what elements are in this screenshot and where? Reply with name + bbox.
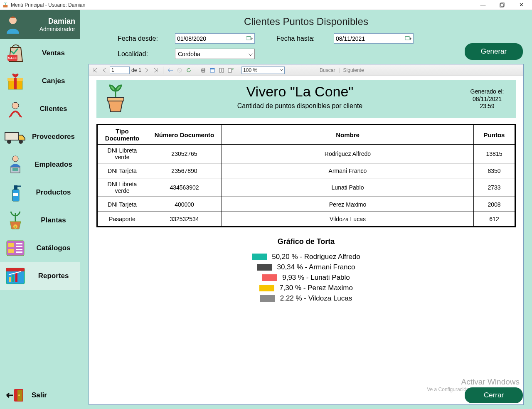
refresh-icon[interactable] bbox=[185, 67, 192, 74]
gift-icon bbox=[3, 70, 27, 92]
back-icon[interactable] bbox=[167, 67, 174, 74]
svg-rect-30 bbox=[9, 277, 11, 282]
close-window-button[interactable]: ✕ bbox=[512, 0, 530, 10]
export-icon[interactable] bbox=[227, 67, 234, 74]
legend-label: 50,20 % - Rodriguez Alfredo bbox=[272, 253, 360, 261]
svg-rect-31 bbox=[12, 275, 14, 282]
from-date-label: Fecha desde: bbox=[118, 35, 167, 42]
report-subtitle: Cantidad de puntos disponibles por clien… bbox=[135, 102, 464, 110]
svg-rect-10 bbox=[5, 133, 18, 140]
sidebar-item-label: Clientes bbox=[32, 105, 75, 113]
svg-rect-29 bbox=[6, 268, 25, 271]
table-row: DNI Tarjeta400000Perez Maximo2008 bbox=[97, 197, 515, 212]
generate-button[interactable]: Generar bbox=[465, 43, 523, 60]
svg-rect-37 bbox=[246, 36, 251, 37]
sidebar-item-label: Plantas bbox=[32, 216, 75, 224]
sale-bag-icon: SALE bbox=[3, 42, 27, 64]
sidebar-item-productos[interactable]: Productos bbox=[0, 178, 80, 206]
first-page-icon[interactable] bbox=[91, 67, 99, 74]
legend-item: 50,20 % - Rodriguez Alfredo bbox=[252, 253, 360, 261]
report-table: Tipo DocumentoNúmero DocumentoNombrePunt… bbox=[96, 124, 516, 227]
spray-bottle-icon bbox=[3, 182, 27, 203]
plant-pot-icon bbox=[102, 84, 135, 115]
svg-rect-17 bbox=[13, 193, 18, 196]
to-date-input[interactable]: 08/11/2021 bbox=[334, 33, 414, 44]
locality-select[interactable]: Cordoba bbox=[175, 49, 255, 59]
svg-point-35 bbox=[18, 394, 20, 396]
exit-button[interactable]: Salir bbox=[0, 382, 80, 409]
close-button[interactable]: Cerrar bbox=[465, 387, 523, 403]
legend-swatch bbox=[260, 295, 275, 302]
app-icon bbox=[2, 2, 8, 8]
table-cell: Pasaporte bbox=[97, 212, 147, 227]
page-setup-icon[interactable] bbox=[218, 67, 225, 74]
calendar-dropdown-icon[interactable] bbox=[405, 35, 412, 42]
svg-rect-27 bbox=[16, 251, 22, 253]
svg-rect-48 bbox=[228, 69, 232, 72]
legend-item: 2,22 % - Vildoza Lucas bbox=[260, 294, 352, 303]
user-role: Administrador bbox=[25, 26, 75, 32]
table-cell: Rodriguez Alfredo bbox=[222, 145, 474, 163]
sidebar-item-plantas[interactable]: $ Plantas bbox=[0, 206, 80, 234]
legend-label: 30,34 % - Armani Franco bbox=[277, 263, 355, 271]
svg-rect-25 bbox=[8, 249, 14, 253]
print-layout-icon[interactable] bbox=[209, 67, 216, 74]
svg-point-11 bbox=[7, 140, 11, 144]
table-row: DNI Tarjeta23567890Armani Franco8350 bbox=[97, 163, 515, 178]
sidebar-item-reportes[interactable]: Reportes bbox=[0, 262, 80, 290]
svg-rect-24 bbox=[16, 246, 22, 247]
legend-item: 30,34 % - Armani Franco bbox=[257, 263, 355, 271]
sidebar-item-clientes[interactable]: Clientes bbox=[0, 95, 80, 123]
chart-title: Gráfico de Torta bbox=[96, 237, 516, 246]
svg-rect-1 bbox=[500, 4, 503, 7]
svg-rect-46 bbox=[219, 68, 221, 72]
legend-swatch bbox=[252, 254, 267, 260]
table-cell: 434563902 bbox=[147, 178, 222, 197]
prev-page-icon[interactable] bbox=[101, 67, 108, 74]
calendar-dropdown-icon[interactable] bbox=[246, 35, 254, 42]
svg-rect-45 bbox=[210, 68, 214, 69]
from-date-input[interactable]: 01/08/2020 bbox=[175, 33, 255, 44]
table-cell: Perez Maximo bbox=[222, 197, 474, 212]
stop-icon[interactable] bbox=[176, 67, 183, 74]
svg-rect-32 bbox=[15, 273, 17, 282]
sidebar-item-canjes[interactable]: Canjes bbox=[0, 67, 80, 95]
table-cell: 8350 bbox=[474, 163, 515, 178]
table-row: DNI Libreta verde434563902Lunati Pablo27… bbox=[97, 178, 515, 197]
table-cell: Armani Franco bbox=[222, 163, 474, 178]
maximize-button[interactable] bbox=[493, 0, 511, 10]
sidebar-item-ventas[interactable]: SALE Ventas bbox=[0, 39, 80, 67]
svg-rect-39 bbox=[405, 36, 409, 37]
window-titlebar: Menú Principal - Usuario: Damian — ✕ bbox=[0, 0, 532, 10]
last-page-icon[interactable] bbox=[152, 67, 160, 74]
print-icon[interactable] bbox=[200, 67, 207, 74]
svg-rect-49 bbox=[107, 98, 124, 101]
report-title: Vivero "La Cone" bbox=[135, 84, 464, 100]
legend-swatch bbox=[259, 285, 274, 291]
table-cell: 23052765 bbox=[147, 145, 222, 163]
svg-rect-0 bbox=[3, 5, 8, 7]
viewer-toolbar: de 1 100 % Buscar bbox=[89, 64, 523, 76]
table-cell: 612 bbox=[474, 212, 515, 227]
table-row: DNI Libreta verde23052765Rodriguez Alfre… bbox=[97, 145, 515, 163]
svg-rect-26 bbox=[16, 249, 22, 250]
find-next-label[interactable]: Siguiente bbox=[343, 67, 364, 73]
report-page: Vivero "La Cone" Cantidad de puntos disp… bbox=[89, 76, 523, 404]
page-number-input[interactable] bbox=[110, 67, 130, 74]
sidebar-item-empleados[interactable]: Empleados bbox=[0, 150, 80, 178]
svg-point-12 bbox=[19, 140, 23, 144]
sidebar-item-catalogos[interactable]: Catálogos bbox=[0, 234, 80, 262]
main-panel: Clientes Puntos Disponibles Fecha desde:… bbox=[80, 10, 532, 409]
find-label[interactable]: Buscar bbox=[320, 67, 335, 73]
window-title: Menú Principal - Usuario: Damian bbox=[11, 2, 85, 8]
sidebar-item-proveedores[interactable]: Proveedores bbox=[0, 123, 80, 150]
next-page-icon[interactable] bbox=[143, 67, 150, 74]
locality-value: Cordoba bbox=[178, 51, 200, 57]
legend-item: 7,30 % - Perez Maximo bbox=[259, 284, 353, 292]
sidebar: Damian Administrador SALE Ventas Canjes … bbox=[0, 10, 80, 409]
generated-date: 08/11/2021 bbox=[464, 96, 510, 103]
zoom-select[interactable]: 100 % bbox=[241, 67, 285, 74]
generated-time: 23:59 bbox=[464, 103, 510, 110]
svg-rect-47 bbox=[222, 68, 224, 72]
minimize-button[interactable]: — bbox=[474, 0, 492, 10]
